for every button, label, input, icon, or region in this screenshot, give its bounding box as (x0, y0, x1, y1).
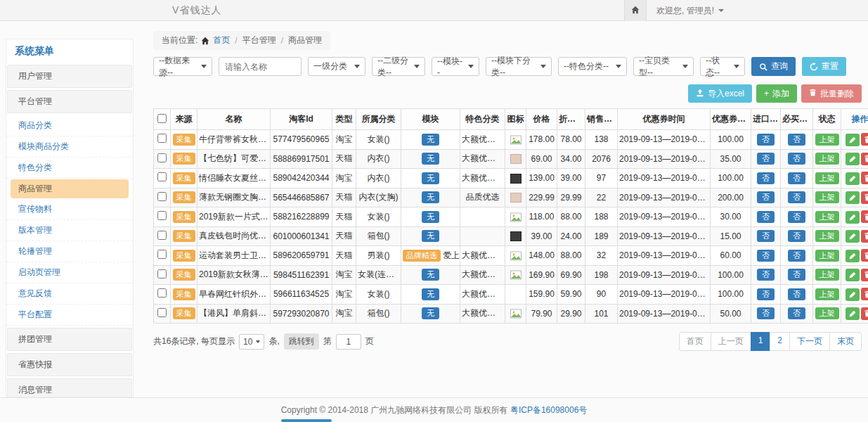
must-buy-badge[interactable]: 否 (788, 191, 805, 203)
must-buy-badge[interactable]: 否 (788, 134, 805, 146)
pager-button-下一页[interactable]: 下一页 (789, 332, 830, 351)
edit-button[interactable] (846, 307, 860, 320)
page-number-input[interactable] (336, 334, 361, 350)
delete-button[interactable] (861, 249, 868, 262)
edit-button[interactable] (846, 134, 860, 146)
user-menu[interactable]: 欢迎您, 管理员! (647, 0, 868, 21)
pager-button-末页[interactable]: 末页 (829, 332, 862, 351)
icp-link[interactable]: 粤ICP备16098006号 (510, 404, 587, 416)
sidebar-group-item[interactable]: 省惠快报 (7, 353, 132, 376)
import-select-badge[interactable]: 否 (757, 250, 775, 262)
must-buy-badge[interactable]: 否 (788, 172, 805, 184)
feature-category-select[interactable]: --特色分类-- (558, 57, 627, 76)
import-select-badge[interactable]: 否 (757, 134, 775, 146)
delete-button[interactable] (861, 230, 868, 243)
sidebar-item-active[interactable]: 商品管理 (11, 179, 129, 198)
row-checkbox[interactable] (157, 153, 167, 162)
row-checkbox[interactable] (157, 288, 167, 298)
delete-button[interactable] (861, 288, 868, 300)
must-buy-badge[interactable]: 否 (788, 269, 805, 281)
must-buy-badge[interactable]: 否 (788, 288, 805, 300)
row-checkbox[interactable] (157, 172, 167, 181)
sidebar-item-link[interactable]: 平台配置 (6, 305, 133, 326)
module-subcategory-select[interactable]: --模块下分类-- (486, 57, 552, 76)
data-source-select[interactable]: --数据来源-- (153, 57, 212, 76)
sidebar-item-link[interactable]: 意见反馈 (6, 283, 133, 305)
sidebar-item-link[interactable]: 版本管理 (6, 220, 133, 241)
status-badge[interactable]: 上架 (815, 307, 839, 319)
level1-category-select[interactable]: 一级分类 (308, 57, 365, 76)
name-search-input[interactable] (219, 57, 302, 76)
home-button[interactable] (624, 0, 647, 21)
edit-button[interactable] (846, 172, 860, 185)
delete-button[interactable] (861, 307, 868, 320)
batch-delete-button[interactable]: 批量删除 (801, 84, 862, 103)
row-checkbox[interactable] (157, 308, 167, 317)
sidebar-group-item[interactable]: 拼团管理 (7, 328, 132, 351)
status-badge[interactable]: 上架 (815, 230, 839, 242)
import-select-badge[interactable]: 否 (757, 191, 775, 203)
horizontal-scrollbar-thumb[interactable] (281, 419, 332, 422)
pager-button-2[interactable]: 2 (770, 332, 790, 351)
sidebar-item-link[interactable]: 商品分类 (6, 115, 133, 136)
delete-button[interactable] (861, 210, 868, 223)
import-select-badge[interactable]: 否 (757, 153, 775, 165)
edit-button[interactable] (846, 211, 860, 224)
must-buy-badge[interactable]: 否 (788, 153, 805, 165)
import-select-badge[interactable]: 否 (757, 230, 775, 242)
edit-button[interactable] (846, 191, 860, 204)
edit-button[interactable] (846, 250, 860, 262)
sidebar-item-link[interactable]: 启动页管理 (6, 262, 133, 283)
import-select-badge[interactable]: 否 (757, 307, 775, 319)
select-all-checkbox[interactable] (157, 114, 167, 123)
sidebar-item-link[interactable]: 模块商品分类 (6, 136, 133, 158)
status-badge[interactable]: 上架 (815, 288, 839, 300)
row-checkbox[interactable] (157, 134, 167, 143)
item-type-select[interactable]: --宝贝类型-- (633, 57, 694, 76)
status-badge[interactable]: 上架 (815, 153, 839, 165)
row-checkbox[interactable] (157, 231, 167, 240)
edit-button[interactable] (846, 288, 860, 301)
sidebar-item-link[interactable]: 特色分类 (6, 158, 133, 179)
edit-button[interactable] (846, 269, 860, 281)
import-excel-button[interactable]: 导入excel (688, 84, 752, 103)
level2-category-select[interactable]: --二级分类-- (372, 57, 425, 76)
edit-button[interactable] (846, 153, 860, 165)
row-checkbox[interactable] (157, 250, 167, 259)
row-checkbox[interactable] (157, 192, 167, 201)
delete-button[interactable] (861, 191, 868, 204)
import-select-badge[interactable]: 否 (757, 269, 775, 281)
status-badge[interactable]: 上架 (815, 172, 839, 184)
sidebar-group-expanded[interactable]: 平台管理 (7, 90, 132, 113)
breadcrumb-home-link[interactable]: 首页 (213, 34, 230, 46)
add-button[interactable]: + 添加 (756, 84, 797, 103)
delete-button[interactable] (861, 133, 868, 146)
status-badge[interactable]: 上架 (815, 250, 839, 262)
status-select[interactable]: --状态-- (700, 57, 745, 76)
pager-button-1[interactable]: 1 (751, 332, 771, 351)
status-badge[interactable]: 上架 (815, 191, 839, 203)
row-checkbox[interactable] (157, 269, 167, 279)
must-buy-badge[interactable]: 否 (788, 250, 805, 262)
jump-to-button[interactable]: 跳转到 (284, 333, 319, 350)
module-select[interactable]: --模块-- (432, 57, 479, 76)
delete-button[interactable] (861, 153, 868, 165)
sidebar-group-item[interactable]: 用户管理 (7, 65, 132, 88)
must-buy-badge[interactable]: 否 (788, 211, 805, 223)
reset-button[interactable]: 重置 (802, 57, 846, 76)
status-badge[interactable]: 上架 (815, 134, 839, 146)
edit-button[interactable] (846, 230, 860, 243)
sidebar-item-link[interactable]: 宣传物料 (6, 199, 133, 220)
search-button[interactable]: 查询 (751, 57, 796, 76)
import-select-badge[interactable]: 否 (757, 172, 775, 184)
sidebar-group-item[interactable]: 消息管理 (7, 378, 132, 397)
must-buy-badge[interactable]: 否 (788, 307, 805, 319)
status-badge[interactable]: 上架 (815, 211, 839, 223)
import-select-badge[interactable]: 否 (757, 288, 775, 300)
delete-button[interactable] (861, 172, 868, 184)
per-page-select[interactable]: 10 (239, 334, 264, 350)
sidebar-item-link[interactable]: 轮播管理 (6, 241, 133, 262)
must-buy-badge[interactable]: 否 (788, 230, 805, 242)
delete-button[interactable] (861, 269, 868, 281)
row-checkbox[interactable] (157, 211, 167, 220)
